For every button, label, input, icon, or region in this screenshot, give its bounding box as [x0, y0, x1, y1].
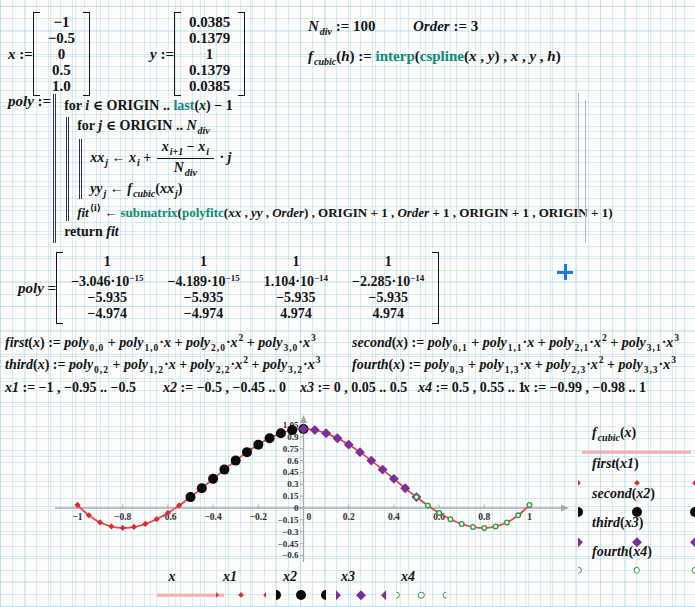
mathcad-worksheet: { "defs": { "x_lhs": [{"t":"x","c":"v"},… — [0, 0, 695, 607]
svg-text:−0.8: −0.8 — [114, 512, 132, 522]
legend-label-third[interactable]: third(x3) — [592, 515, 643, 531]
x-vector-matrix: −1−0.500.51.0 — [33, 12, 90, 96]
program-line-return: return fit — [64, 224, 612, 240]
fcubic-definition[interactable]: fcubic(h) := interp(cspline(x , y) , x ,… — [308, 48, 561, 67]
svg-text:−0.6: −0.6 — [282, 550, 299, 560]
order-definition[interactable]: Order := 3 — [413, 18, 478, 35]
svg-text:0.15: 0.15 — [283, 491, 299, 501]
y-vector-matrix: 0.03850.137910.13790.0385 — [174, 12, 245, 96]
trace-sample-x2 — [276, 588, 326, 602]
svg-text:0.45: 0.45 — [283, 467, 299, 477]
fourth-definition[interactable]: fourth(x) := poly0,3 + poly1,3·x + poly2… — [352, 355, 676, 375]
trace-sample-x1 — [216, 588, 266, 602]
plot-axes: −1−0.8−0.6−0.4−0.200.20.40.60.811.050.90… — [55, 415, 569, 562]
region-boundary-line — [578, 93, 579, 215]
x-vector-lhs: x := — [8, 46, 33, 63]
svg-text:0.3: 0.3 — [287, 479, 299, 489]
program-line-fit: fit⟨i⟩ ← submatrix(polyfitc(xx , yy , Or… — [77, 202, 612, 221]
legend-sample-fourth — [578, 563, 695, 577]
program-line-yy: yyj ← fcubic(xxj) — [90, 181, 612, 199]
poly-result-lhs: poly = — [18, 280, 56, 297]
svg-text:1: 1 — [527, 512, 532, 522]
plot-x-variable-x[interactable]: x — [169, 569, 176, 585]
region-boundary-line — [585, 100, 586, 243]
poly-program-lhs: poly := — [8, 93, 51, 110]
svg-text:0.2: 0.2 — [343, 512, 355, 522]
legend-label-fourth[interactable]: fourth(x4) — [592, 544, 652, 560]
legend-label-fcubic[interactable]: fcubic(x) — [592, 425, 636, 443]
x4-range-definition[interactable]: x4 := 0.5 , 0.55 .. 1 — [418, 380, 525, 396]
third-definition[interactable]: third(x) := poly0,2 + poly1,2·x + poly2,… — [5, 355, 320, 375]
program-line-for-j: for j ∈ ORIGIN .. Ndiv — [77, 117, 612, 136]
svg-text:0.4: 0.4 — [388, 512, 400, 522]
program-line-xx: xxj ← xi + xi+1 − xiNdiv · j — [90, 139, 612, 178]
program-inner-block-1: for j ∈ ORIGIN .. Ndiv xxj ← xi + xi+1 −… — [66, 117, 612, 221]
svg-text:−0.15: −0.15 — [278, 515, 299, 525]
trace-sample-x4 — [396, 588, 446, 602]
poly-program-region[interactable]: poly := for i ∈ ORIGIN .. last(x) − 1 fo… — [8, 93, 613, 244]
x-vector-region[interactable]: x := −1−0.500.51.0 — [8, 12, 90, 96]
y-vector-region[interactable]: y := 0.03850.137910.13790.0385 — [150, 12, 245, 96]
second-definition[interactable]: second(x) := poly0,1 + poly1,1·x + poly2… — [352, 333, 679, 353]
plot-x-variable-x3[interactable]: x3 — [341, 569, 355, 585]
program-outer-block: for i ∈ ORIGIN .. last(x) − 1 for j ∈ OR… — [53, 94, 612, 243]
x3-range-definition[interactable]: x3 := 0 , 0.05 .. 0.5 — [300, 380, 407, 396]
svg-text:−1: −1 — [72, 512, 82, 522]
svg-text:0: 0 — [294, 503, 299, 513]
x-range-definition[interactable]: x := −0.99 , −0.98 .. 1 — [523, 380, 646, 396]
trace-sample-x3 — [336, 588, 386, 602]
insertion-cursor-icon — [557, 264, 573, 280]
poly-result-region[interactable]: poly = 1111−3.046·10−15−4.189·10−151.104… — [18, 252, 439, 324]
plot-x-variable-x2[interactable]: x2 — [283, 569, 297, 585]
program-line-for-i: for i ∈ ORIGIN .. last(x) − 1 — [64, 97, 612, 114]
svg-text:−0.3: −0.3 — [282, 527, 299, 537]
svg-text:0.6: 0.6 — [287, 456, 299, 466]
svg-text:0: 0 — [307, 512, 312, 522]
plot-x-variable-x4[interactable]: x4 — [401, 569, 415, 585]
legend-label-second[interactable]: second(x2) — [592, 486, 655, 502]
legend-label-first[interactable]: first(x1) — [592, 456, 639, 472]
svg-text:−0.2: −0.2 — [250, 512, 268, 522]
first-definition[interactable]: first(x) := poly0,0 + poly1,0·x + poly2,… — [5, 333, 316, 353]
svg-text:0.8: 0.8 — [478, 512, 490, 522]
x2-range-definition[interactable]: x2 := −0.5 , −0.45 .. 0 — [163, 380, 286, 396]
svg-text:−0.4: −0.4 — [204, 512, 222, 522]
svg-text:0.75: 0.75 — [283, 444, 299, 454]
series-markers-thirdx3 — [299, 424, 422, 502]
xy-plot-canvas[interactable]: −1−0.8−0.6−0.4−0.200.20.40.60.811.050.90… — [55, 410, 570, 572]
series-markers-fourthx4 — [414, 495, 532, 530]
y-vector-lhs: y := — [150, 46, 174, 63]
program-inner-block-2: xxj ← xi + xi+1 − xiNdiv · j yyj ← fcubi… — [79, 139, 612, 199]
svg-text:−0.45: −0.45 — [278, 539, 299, 549]
ndiv-definition[interactable]: Ndiv := 100 — [308, 18, 376, 37]
xy-plot-region[interactable]: −1−0.8−0.6−0.4−0.200.20.40.60.811.050.90… — [50, 405, 695, 603]
plot-x-variable-x1[interactable]: x1 — [223, 569, 237, 585]
poly-result-matrix: 1111−3.046·10−15−4.189·10−151.104·10−14−… — [56, 252, 439, 324]
x1-range-definition[interactable]: x1 := −1 , −0.95 .. −0.5 — [5, 380, 136, 396]
